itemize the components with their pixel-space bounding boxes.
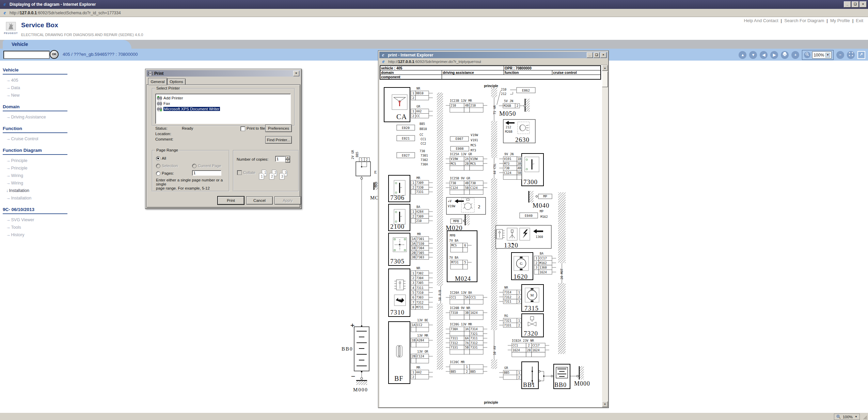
svg-text:V19W: V19W [451, 157, 458, 161]
close-icon[interactable]: × [293, 71, 299, 76]
svg-text:BB5: BB5 [470, 370, 476, 373]
scrollbar-thumb[interactable] [602, 71, 608, 87]
maximize-button[interactable]: ❏ [852, 1, 859, 7]
sidebar-item-installation[interactable]: →Installation [3, 194, 84, 202]
sidebar-item-405[interactable]: →405 [3, 77, 84, 84]
svg-text:2: 2 [536, 261, 537, 265]
svg-text:6A: 6A [465, 337, 469, 340]
find-printer-button[interactable]: Find Printer... [265, 136, 292, 144]
svg-text:M731: M731 [416, 306, 424, 309]
sidebar-item-driving-assistance[interactable]: →Driving Assistance [3, 113, 84, 121]
cancel-button[interactable]: Cancel [246, 196, 273, 205]
svg-text:BB5: BB5 [504, 371, 509, 374]
print-window-content: vehicle : 405 OPR : 70800000 domain driv… [379, 65, 608, 407]
spin-up-icon[interactable]: ▲ [285, 156, 290, 159]
svg-text:7305: 7305 [417, 251, 424, 255]
print-window-address-bar[interactable]: e http://127.0.0.1:6092/Sdr/imprimer.do?… [379, 58, 607, 65]
sidebar-item-principle[interactable]: →Principle [3, 164, 84, 172]
top-link-search-for-diagram[interactable]: Search For Diagram [784, 18, 824, 23]
arrow-icon: → [6, 173, 11, 178]
info-opr: OPR : 70800000 [504, 66, 601, 70]
spin-down-icon[interactable]: ▼ [285, 159, 290, 163]
scroll-right-button[interactable]: ▶ [770, 51, 778, 59]
range-selection-radio[interactable] [156, 164, 160, 168]
sidebar-item-new[interactable]: →New [3, 92, 84, 99]
sidebar-item-data[interactable]: →Data [3, 84, 84, 92]
ie-icon: e [381, 59, 386, 64]
printer-item-microsoft-xps-document-writer[interactable]: Microsoft XPS Document Writer [156, 106, 290, 112]
arrow-icon: → [6, 232, 11, 237]
zoom-in-button[interactable]: + [791, 51, 799, 59]
status-zoom-control[interactable]: 100% ▼ [834, 414, 860, 420]
zoom-level-select[interactable]: 100%▼ [812, 51, 832, 59]
sidebar-item-cruise-control[interactable]: →Cruise Control [3, 135, 84, 143]
collate-checkbox[interactable] [237, 170, 242, 175]
fit-screen-icon [849, 52, 853, 56]
maximize-button[interactable]: ❏ [594, 52, 600, 58]
svg-text:2: 2 [412, 114, 414, 118]
svg-text:CC: CC [416, 114, 420, 118]
print-button[interactable] [781, 51, 789, 59]
svg-text:210: 210 [451, 104, 456, 107]
svg-text:210: 210 [416, 219, 422, 223]
preferences-button[interactable]: Preferences [265, 125, 292, 132]
svg-text:BB0: BB0 [554, 382, 567, 388]
range-pages-radio[interactable] [156, 171, 160, 176]
vertical-scrollbar[interactable]: ▲ ▼ [602, 65, 608, 407]
apply-button[interactable]: Apply [274, 196, 301, 205]
sidebar-item-wiring[interactable]: →Wiring [3, 172, 84, 179]
svg-text:7330: 7330 [416, 186, 424, 189]
scroll-up-button[interactable]: ▲ [739, 51, 746, 59]
location-label: Location: [155, 132, 171, 136]
svg-text:1: 1 [412, 210, 414, 213]
info-domain-value: driving assistance [442, 70, 504, 75]
main-address-bar[interactable]: e http://127.0.0.1:6092/Sdr/selectSchema… [0, 9, 868, 17]
print-confirm-button[interactable]: Print [218, 196, 244, 205]
svg-text:5B: 5B [518, 171, 521, 175]
svg-text:1624: 1624 [512, 349, 520, 352]
search-input[interactable] [3, 51, 50, 59]
minimize-button[interactable]: _ [587, 52, 593, 58]
printer-item-fax[interactable]: Fax [156, 101, 290, 106]
top-link-my-profile[interactable]: My Profile [830, 18, 850, 23]
print-to-file-checkbox[interactable] [240, 126, 245, 131]
scroll-left-button[interactable]: ◀ [760, 51, 768, 59]
fit-screen-button[interactable] [847, 51, 855, 59]
range-current-radio[interactable] [192, 164, 196, 168]
printer-item-add-printer[interactable]: Add Printer [156, 95, 290, 101]
sidebar-item-svg-viewer[interactable]: →SVG Viewer [3, 216, 84, 224]
scroll-up-arrow[interactable]: ▲ [602, 65, 608, 71]
resize-grip[interactable] [863, 415, 867, 420]
printer-add-icon [157, 96, 162, 100]
copies-spinner[interactable]: ▲ ▼ [285, 156, 290, 162]
tab-general[interactable]: General [148, 78, 167, 85]
ok-button[interactable]: OK [50, 50, 59, 59]
print-dialog-title: Print [154, 71, 163, 76]
sidebar-item-wiring[interactable]: →Wiring [3, 179, 84, 187]
printer-list[interactable]: Add PrinterFaxMicrosoft XPS Document Wri… [155, 94, 291, 124]
sidebar-item-principle[interactable]: →Principle [3, 157, 84, 164]
range-current-label: Current Page [198, 164, 221, 168]
copies-input[interactable] [275, 156, 285, 162]
open-external-button[interactable] [857, 51, 865, 59]
print-dialog-titlebar[interactable]: Print × [146, 70, 300, 77]
range-all-radio[interactable] [156, 156, 160, 161]
tab-vehicle[interactable]: Vehicle [3, 40, 131, 49]
minimize-button[interactable]: _ [844, 1, 851, 7]
top-link-help-and-contact[interactable]: Help And Contact [744, 18, 778, 23]
scroll-down-arrow[interactable]: ▼ [602, 401, 608, 407]
top-link-exit[interactable]: Exit [856, 18, 863, 23]
sidebar-item-installation[interactable]: ↓Installation [3, 187, 84, 194]
svg-text:7314: 7314 [470, 327, 478, 331]
svg-text:NR: NR [504, 286, 508, 289]
sidebar-item-history[interactable]: →History [3, 231, 84, 239]
close-button[interactable]: × [600, 52, 606, 58]
svg-text:7304: 7304 [416, 276, 424, 280]
pages-input[interactable] [192, 170, 221, 176]
scroll-down-button[interactable]: ▼ [749, 51, 757, 59]
close-button[interactable]: × [859, 1, 867, 7]
zoom-out-button[interactable]: − [836, 51, 844, 59]
print-window-titlebar[interactable]: e print - Internet Explorer _ ❏ × [379, 52, 607, 58]
main-titlebar[interactable]: e Displaying of the diagram - Internet E… [0, 0, 868, 9]
sidebar-item-tools[interactable]: →Tools [3, 224, 84, 231]
